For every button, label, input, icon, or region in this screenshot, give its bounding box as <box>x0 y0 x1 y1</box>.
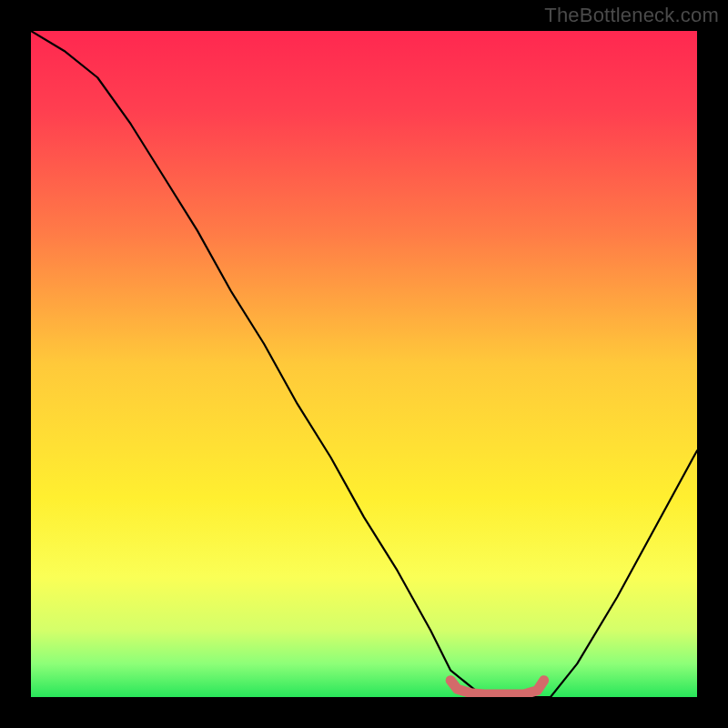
watermark-text: TheBottleneck.com <box>544 4 719 27</box>
chart-svg <box>31 31 697 697</box>
chart-background-gradient <box>31 31 697 697</box>
chart-plot-area <box>31 31 697 697</box>
